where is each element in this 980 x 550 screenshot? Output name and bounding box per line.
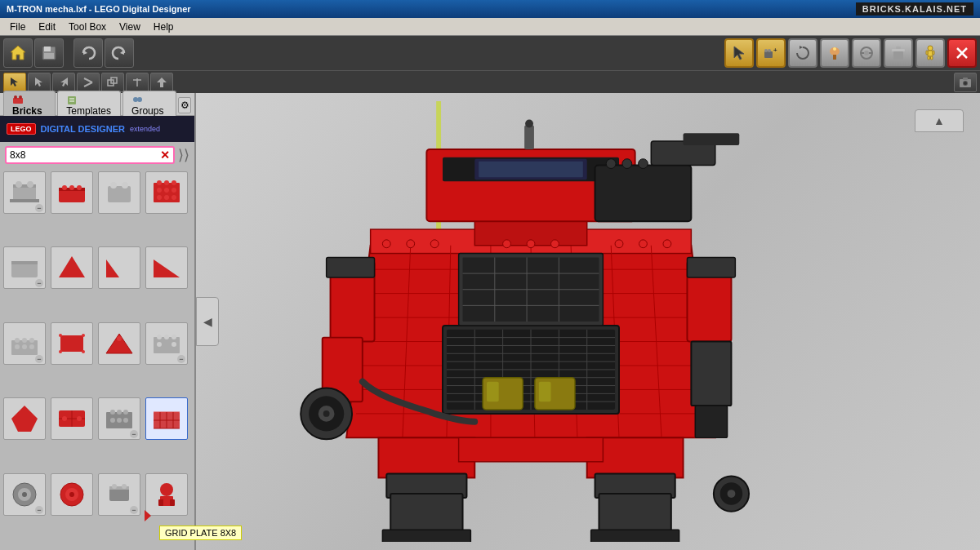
brick-item-9[interactable] [51,322,93,365]
mode-paint[interactable] [126,73,149,92]
close-tool-button[interactable] [947,38,977,68]
select-tool-button[interactable] [724,38,754,68]
brick-item-3[interactable] [145,171,188,214]
brick-item-10[interactable] [98,322,140,365]
svg-rect-199 [695,406,727,437]
window-title: M-TRON mecha.lxf - LEGO Digital Designer [7,4,191,14]
brick-item-13[interactable] [51,397,93,440]
panel-settings-button[interactable]: ⚙ [178,97,191,113]
mode-step-fwd[interactable] [77,73,100,92]
search-expand-button[interactable]: ⟩⟩ [178,146,189,164]
svg-marker-134 [145,510,151,521]
add-brick-button[interactable]: + [756,38,786,68]
camera-button[interactable] [954,73,977,92]
rotate-button[interactable] [788,38,817,68]
tab-groups[interactable]: Groups [122,91,176,119]
left-panel: Bricks Templates Groups ⚙ LEGO [0,93,196,550]
search-wrapper[interactable]: ✕ [5,146,175,164]
svg-point-71 [172,188,176,193]
svg-rect-195 [327,257,375,277]
brick-item-7[interactable] [145,246,188,289]
search-clear-button[interactable]: ✕ [160,149,170,162]
hinge-button[interactable] [852,38,881,68]
mode-arrow[interactable] [150,73,173,92]
brick-item-0[interactable]: − [3,171,46,214]
brick-item-19[interactable] [145,473,188,516]
svg-point-192 [525,120,533,128]
svg-point-129 [122,484,127,489]
svg-point-46 [19,95,22,99]
svg-point-91 [82,350,85,353]
brick-item-11[interactable]: − [145,322,188,365]
svg-point-16 [864,51,869,55]
svg-rect-23 [928,51,933,56]
svg-point-221 [551,240,559,248]
svg-rect-87 [60,335,83,352]
minifig-button[interactable] [915,38,945,68]
brick-item-17[interactable] [51,473,93,516]
tab-templates[interactable]: Templates [57,91,121,119]
svg-rect-132 [158,499,163,506]
scroll-left-button[interactable]: ◀ [196,297,219,346]
svg-rect-133 [170,499,175,506]
right-toolbar: + [724,38,977,68]
svg-point-188 [606,159,616,169]
svg-point-99 [172,342,176,347]
delete-brick-button[interactable] [884,38,913,68]
brick-item-12[interactable] [3,397,46,440]
svg-point-68 [172,180,176,185]
svg-point-216 [382,240,390,248]
brick-item-16[interactable]: − [3,473,46,516]
svg-marker-4 [83,50,87,55]
svg-rect-203 [382,530,470,542]
svg-marker-39 [157,78,167,87]
title-bar: M-TRON mecha.lxf - LEGO Digital Designer… [0,0,980,18]
mode-step-back[interactable] [52,73,75,92]
svg-marker-31 [35,78,42,86]
brick-item-18[interactable]: − [98,473,140,516]
brand-logo: BRICKS.KALAIS.NET [856,2,973,16]
svg-point-218 [430,240,439,248]
svg-rect-206 [599,494,670,534]
mode-clone[interactable] [101,73,124,92]
svg-point-108 [117,410,122,415]
home-button[interactable] [3,38,33,68]
paint-button[interactable] [820,38,849,68]
menu-view[interactable]: View [113,20,147,34]
svg-point-66 [157,180,162,185]
mode-select[interactable] [3,73,26,92]
svg-rect-191 [524,125,534,149]
scroll-up-button[interactable]: ▲ [915,109,964,132]
menu-edit[interactable]: Edit [32,20,62,34]
redo-button[interactable] [105,38,134,68]
svg-marker-100 [11,406,38,432]
menu-file[interactable]: File [3,20,32,34]
svg-marker-32 [60,78,68,86]
brick-item-8[interactable]: − [3,322,46,365]
brick-item-15[interactable] [145,397,188,440]
mode-toolbar [0,70,980,93]
svg-point-82 [22,338,27,343]
svg-line-34 [84,82,92,86]
brick-item-4[interactable]: − [3,246,46,289]
svg-point-190 [639,159,648,169]
svg-rect-26 [928,56,930,60]
mode-move[interactable] [28,73,51,92]
save-button[interactable] [34,38,64,68]
menu-help[interactable]: Help [147,20,180,34]
svg-rect-176 [479,162,583,178]
svg-point-55 [27,181,33,188]
brick-item-5[interactable] [51,246,93,289]
undo-button[interactable] [74,38,103,68]
menu-toolbox[interactable]: Tool Box [62,20,113,34]
search-input[interactable] [10,149,160,161]
svg-point-189 [622,159,632,169]
canvas-area[interactable]: ▲ ◀ [196,93,980,550]
brick-item-1[interactable] [51,171,93,214]
svg-point-220 [527,240,535,248]
brick-item-14[interactable]: − [98,397,140,440]
brick-item-2[interactable] [98,171,140,214]
svg-point-61 [77,185,82,190]
svg-point-105 [77,416,82,421]
brick-item-6[interactable] [98,246,140,289]
